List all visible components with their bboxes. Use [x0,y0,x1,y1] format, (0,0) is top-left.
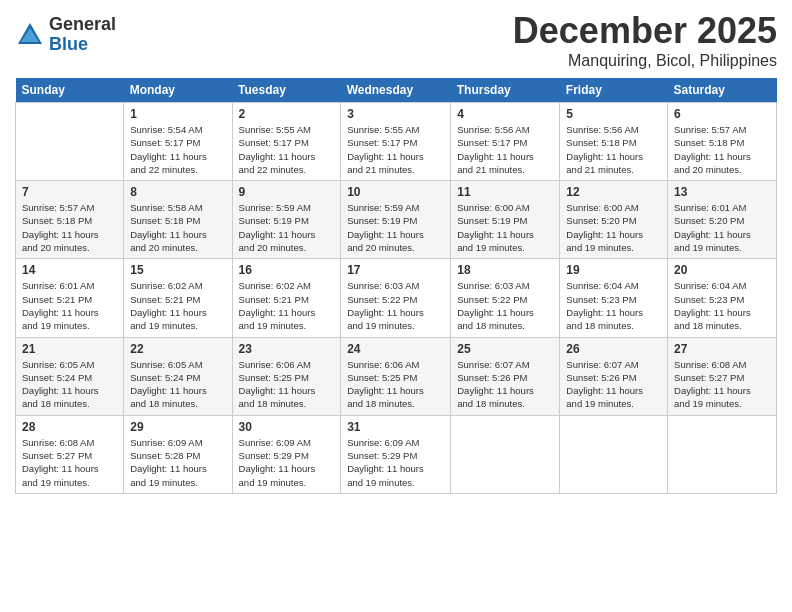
logo-text: General Blue [49,15,116,55]
week-row-3: 21Sunrise: 6:05 AM Sunset: 5:24 PM Dayli… [16,337,777,415]
day-info: Sunrise: 5:56 AM Sunset: 5:18 PM Dayligh… [566,123,661,176]
calendar-cell: 8Sunrise: 5:58 AM Sunset: 5:18 PM Daylig… [124,181,232,259]
day-info: Sunrise: 6:06 AM Sunset: 5:25 PM Dayligh… [347,358,444,411]
day-info: Sunrise: 6:08 AM Sunset: 5:27 PM Dayligh… [22,436,117,489]
calendar-cell: 27Sunrise: 6:08 AM Sunset: 5:27 PM Dayli… [668,337,777,415]
calendar-cell [451,415,560,493]
calendar-cell: 13Sunrise: 6:01 AM Sunset: 5:20 PM Dayli… [668,181,777,259]
calendar-cell: 25Sunrise: 6:07 AM Sunset: 5:26 PM Dayli… [451,337,560,415]
calendar-cell [560,415,668,493]
day-number: 27 [674,342,770,356]
day-info: Sunrise: 5:58 AM Sunset: 5:18 PM Dayligh… [130,201,225,254]
day-info: Sunrise: 5:55 AM Sunset: 5:17 PM Dayligh… [239,123,335,176]
calendar-cell: 19Sunrise: 6:04 AM Sunset: 5:23 PM Dayli… [560,259,668,337]
day-number: 1 [130,107,225,121]
month-title: December 2025 [513,10,777,52]
day-number: 31 [347,420,444,434]
col-header-wednesday: Wednesday [341,78,451,103]
day-number: 23 [239,342,335,356]
day-info: Sunrise: 6:03 AM Sunset: 5:22 PM Dayligh… [457,279,553,332]
calendar-cell: 9Sunrise: 5:59 AM Sunset: 5:19 PM Daylig… [232,181,341,259]
location: Manquiring, Bicol, Philippines [513,52,777,70]
day-number: 5 [566,107,661,121]
calendar-cell: 16Sunrise: 6:02 AM Sunset: 5:21 PM Dayli… [232,259,341,337]
day-info: Sunrise: 6:02 AM Sunset: 5:21 PM Dayligh… [239,279,335,332]
day-info: Sunrise: 6:03 AM Sunset: 5:22 PM Dayligh… [347,279,444,332]
page: General Blue December 2025 Manquiring, B… [0,0,792,612]
calendar-cell: 28Sunrise: 6:08 AM Sunset: 5:27 PM Dayli… [16,415,124,493]
day-info: Sunrise: 5:57 AM Sunset: 5:18 PM Dayligh… [22,201,117,254]
day-number: 16 [239,263,335,277]
day-number: 20 [674,263,770,277]
day-info: Sunrise: 6:04 AM Sunset: 5:23 PM Dayligh… [566,279,661,332]
day-info: Sunrise: 6:01 AM Sunset: 5:21 PM Dayligh… [22,279,117,332]
calendar-cell: 15Sunrise: 6:02 AM Sunset: 5:21 PM Dayli… [124,259,232,337]
calendar-cell: 2Sunrise: 5:55 AM Sunset: 5:17 PM Daylig… [232,103,341,181]
day-info: Sunrise: 6:09 AM Sunset: 5:29 PM Dayligh… [347,436,444,489]
day-info: Sunrise: 5:59 AM Sunset: 5:19 PM Dayligh… [347,201,444,254]
day-info: Sunrise: 6:09 AM Sunset: 5:28 PM Dayligh… [130,436,225,489]
calendar-cell: 10Sunrise: 5:59 AM Sunset: 5:19 PM Dayli… [341,181,451,259]
day-info: Sunrise: 6:04 AM Sunset: 5:23 PM Dayligh… [674,279,770,332]
calendar-cell: 12Sunrise: 6:00 AM Sunset: 5:20 PM Dayli… [560,181,668,259]
calendar-cell: 31Sunrise: 6:09 AM Sunset: 5:29 PM Dayli… [341,415,451,493]
day-number: 22 [130,342,225,356]
day-info: Sunrise: 5:55 AM Sunset: 5:17 PM Dayligh… [347,123,444,176]
logo-blue: Blue [49,35,116,55]
col-header-thursday: Thursday [451,78,560,103]
calendar-cell: 11Sunrise: 6:00 AM Sunset: 5:19 PM Dayli… [451,181,560,259]
day-number: 6 [674,107,770,121]
day-number: 11 [457,185,553,199]
day-number: 25 [457,342,553,356]
day-info: Sunrise: 6:01 AM Sunset: 5:20 PM Dayligh… [674,201,770,254]
calendar-cell: 18Sunrise: 6:03 AM Sunset: 5:22 PM Dayli… [451,259,560,337]
calendar-cell: 17Sunrise: 6:03 AM Sunset: 5:22 PM Dayli… [341,259,451,337]
calendar-cell: 1Sunrise: 5:54 AM Sunset: 5:17 PM Daylig… [124,103,232,181]
col-header-sunday: Sunday [16,78,124,103]
day-number: 28 [22,420,117,434]
day-info: Sunrise: 6:09 AM Sunset: 5:29 PM Dayligh… [239,436,335,489]
day-number: 21 [22,342,117,356]
calendar-cell: 29Sunrise: 6:09 AM Sunset: 5:28 PM Dayli… [124,415,232,493]
header: General Blue December 2025 Manquiring, B… [15,10,777,70]
header-row: SundayMondayTuesdayWednesdayThursdayFrid… [16,78,777,103]
day-number: 29 [130,420,225,434]
day-number: 12 [566,185,661,199]
calendar-cell: 5Sunrise: 5:56 AM Sunset: 5:18 PM Daylig… [560,103,668,181]
day-info: Sunrise: 6:05 AM Sunset: 5:24 PM Dayligh… [130,358,225,411]
calendar-table: SundayMondayTuesdayWednesdayThursdayFrid… [15,78,777,494]
day-number: 14 [22,263,117,277]
day-info: Sunrise: 6:05 AM Sunset: 5:24 PM Dayligh… [22,358,117,411]
day-info: Sunrise: 6:07 AM Sunset: 5:26 PM Dayligh… [566,358,661,411]
calendar-cell: 23Sunrise: 6:06 AM Sunset: 5:25 PM Dayli… [232,337,341,415]
day-number: 13 [674,185,770,199]
calendar-cell: 3Sunrise: 5:55 AM Sunset: 5:17 PM Daylig… [341,103,451,181]
day-info: Sunrise: 6:00 AM Sunset: 5:20 PM Dayligh… [566,201,661,254]
calendar-cell: 6Sunrise: 5:57 AM Sunset: 5:18 PM Daylig… [668,103,777,181]
logo-general: General [49,15,116,35]
day-number: 19 [566,263,661,277]
day-info: Sunrise: 5:57 AM Sunset: 5:18 PM Dayligh… [674,123,770,176]
title-block: December 2025 Manquiring, Bicol, Philipp… [513,10,777,70]
col-header-monday: Monday [124,78,232,103]
day-info: Sunrise: 5:59 AM Sunset: 5:19 PM Dayligh… [239,201,335,254]
day-info: Sunrise: 6:07 AM Sunset: 5:26 PM Dayligh… [457,358,553,411]
calendar-cell: 22Sunrise: 6:05 AM Sunset: 5:24 PM Dayli… [124,337,232,415]
week-row-1: 7Sunrise: 5:57 AM Sunset: 5:18 PM Daylig… [16,181,777,259]
calendar-cell: 14Sunrise: 6:01 AM Sunset: 5:21 PM Dayli… [16,259,124,337]
day-number: 18 [457,263,553,277]
day-number: 9 [239,185,335,199]
day-number: 3 [347,107,444,121]
day-info: Sunrise: 5:54 AM Sunset: 5:17 PM Dayligh… [130,123,225,176]
calendar-cell [16,103,124,181]
day-info: Sunrise: 5:56 AM Sunset: 5:17 PM Dayligh… [457,123,553,176]
calendar-cell: 7Sunrise: 5:57 AM Sunset: 5:18 PM Daylig… [16,181,124,259]
day-number: 7 [22,185,117,199]
col-header-friday: Friday [560,78,668,103]
calendar-cell: 20Sunrise: 6:04 AM Sunset: 5:23 PM Dayli… [668,259,777,337]
day-number: 24 [347,342,444,356]
day-info: Sunrise: 6:06 AM Sunset: 5:25 PM Dayligh… [239,358,335,411]
day-number: 2 [239,107,335,121]
logo-icon [15,20,45,50]
col-header-saturday: Saturday [668,78,777,103]
